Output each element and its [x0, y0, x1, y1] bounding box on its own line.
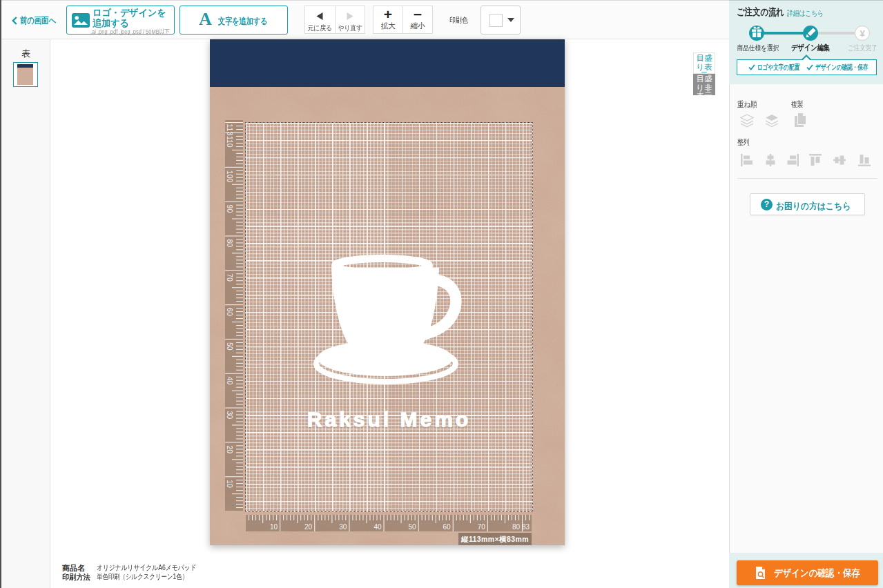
svg-text:83: 83 — [522, 523, 530, 531]
svg-text:60: 60 — [443, 523, 452, 531]
svg-text:10: 10 — [270, 523, 278, 531]
svg-text:90: 90 — [226, 205, 234, 213]
svg-text:40: 40 — [226, 377, 234, 385]
svg-text:30: 30 — [339, 523, 347, 531]
svg-text:20: 20 — [226, 445, 234, 453]
svg-text:110: 110 — [226, 136, 234, 148]
svg-text:50: 50 — [226, 342, 234, 351]
svg-text:80: 80 — [512, 523, 521, 531]
svg-text:40: 40 — [373, 523, 382, 531]
svg-text:30: 30 — [226, 411, 234, 420]
svg-text:100: 100 — [226, 170, 234, 183]
svg-text:70: 70 — [226, 273, 234, 282]
svg-text:70: 70 — [478, 523, 486, 531]
svg-text:113: 113 — [226, 124, 234, 136]
svg-text:¥: ¥ — [860, 28, 865, 39]
svg-text:60: 60 — [226, 308, 234, 316]
svg-text:80: 80 — [226, 239, 234, 247]
svg-text:20: 20 — [304, 523, 313, 531]
svg-text:10: 10 — [226, 480, 234, 488]
svg-text:50: 50 — [408, 523, 416, 531]
